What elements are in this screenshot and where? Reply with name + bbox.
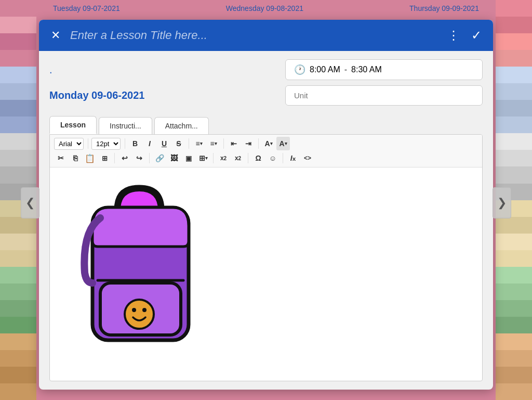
close-button[interactable]: ✕ (47, 27, 64, 44)
svg-point-5 (142, 308, 147, 312)
toolbar-row-1: Arial 12pt B I U S ≡▾ ≡▾ ⇤ ⇥ (54, 137, 478, 150)
nav-date-thursday[interactable]: Thursday 09-09-2021 (409, 4, 479, 12)
html-source-button[interactable]: <> (301, 151, 314, 165)
date-unit-row: Monday 09-06-2021 (49, 85, 483, 106)
tab-lesson[interactable]: Lesson (49, 116, 97, 134)
editor-content[interactable] (50, 167, 482, 381)
lesson-modal: ✕ ⋮ ✓ . 🕐 8:00 AM - 8:30 AM Monday 09-06… (39, 20, 493, 390)
unit-input[interactable] (285, 85, 483, 106)
font-size-select[interactable]: 12pt (91, 138, 121, 150)
toolbar-separator-2 (125, 138, 125, 149)
end-time: 8:30 AM (351, 65, 382, 74)
paste-button[interactable]: 📋 (83, 151, 97, 165)
more-options-button[interactable]: ⋮ (445, 27, 462, 44)
editor-toolbar: Arial 12pt B I U S ≡▾ ≡▾ ⇤ ⇥ (50, 135, 482, 167)
undo-button[interactable]: ↩ (118, 151, 131, 165)
insert-link-button[interactable]: 🔗 (153, 151, 166, 165)
copy-button[interactable]: ⎘ (69, 151, 82, 165)
toolbar-separator-9 (248, 153, 248, 163)
editor-container: Arial 12pt B I U S ≡▾ ≡▾ ⇤ ⇥ (49, 134, 483, 381)
superscript-button[interactable]: x2 (231, 151, 245, 165)
insert-video-button[interactable]: ▣ (182, 151, 195, 165)
toolbar-separator-5 (258, 138, 259, 149)
special-chars-button[interactable]: Ω (251, 151, 265, 165)
emoji-button[interactable]: ☺ (266, 151, 280, 165)
clock-icon: 🕐 (294, 64, 305, 75)
subscript-button[interactable]: x2 (217, 151, 230, 165)
toolbar-separator-4 (223, 138, 224, 149)
redo-button[interactable]: ↪ (132, 151, 146, 165)
toolbar-separator-7 (149, 153, 150, 163)
font-family-select[interactable]: Arial (54, 138, 84, 150)
italic-button[interactable]: I (143, 137, 156, 150)
highlight-color-button[interactable]: A▾ (276, 137, 290, 150)
svg-point-3 (125, 300, 154, 329)
start-time: 8:00 AM (310, 65, 340, 74)
toolbar-separator-10 (283, 153, 283, 163)
lesson-title-input[interactable] (70, 29, 439, 42)
time-separator: - (344, 65, 347, 74)
insert-image-button[interactable]: 🖼 (167, 151, 181, 165)
toolbar-row-2: ✂ ⎘ 📋 ⊞ ↩ ↪ 🔗 🖼 ▣ ⊞▾ x2 x2 Ω ☺ Ix (54, 151, 478, 165)
toolbar-separator-6 (114, 153, 115, 163)
insert-table-button[interactable]: ⊞▾ (196, 151, 210, 165)
font-color-button[interactable]: A▾ (262, 137, 275, 150)
confirm-button[interactable]: ✓ (468, 27, 485, 44)
paste-text-button[interactable]: ⊞ (98, 151, 111, 165)
strikethrough-button[interactable]: S (172, 137, 185, 150)
modal-header: ✕ ⋮ ✓ (39, 20, 493, 51)
time-row: . 🕐 8:00 AM - 8:30 AM (49, 59, 483, 80)
modal-body: . 🕐 8:00 AM - 8:30 AM Monday 09-06-2021 (39, 51, 493, 114)
bullet-dot: . (49, 64, 52, 76)
underline-button[interactable]: U (157, 137, 171, 150)
nav-arrow-left[interactable]: ❮ (21, 187, 39, 218)
backpack-illustration (56, 174, 476, 371)
toolbar-separator-8 (213, 153, 214, 163)
nav-date-tuesday[interactable]: Tuesday 09-07-2021 (53, 4, 120, 12)
tab-instructions[interactable]: Instructi... (99, 117, 152, 134)
tab-attachments[interactable]: Attachm... (154, 117, 209, 134)
toolbar-separator-3 (189, 138, 189, 149)
time-field[interactable]: 🕐 8:00 AM - 8:30 AM (285, 59, 483, 80)
tabs-row: Lesson Instructi... Attachm... (39, 116, 493, 134)
indent-button[interactable]: ⇥ (242, 137, 255, 150)
cut-button[interactable]: ✂ (54, 151, 68, 165)
toolbar-separator-1 (88, 138, 88, 149)
nav-arrow-right[interactable]: ❯ (493, 187, 511, 218)
lesson-date: Monday 09-06-2021 (49, 89, 144, 101)
bold-button[interactable]: B (128, 137, 142, 150)
unordered-list-button[interactable]: ≡▾ (192, 137, 206, 150)
backpack-svg (61, 179, 217, 366)
top-date-nav: Tuesday 09-07-2021 Wednesday 09-08-2021 … (0, 0, 532, 17)
clear-format-button[interactable]: Ix (286, 151, 300, 165)
outdent-button[interactable]: ⇤ (227, 137, 241, 150)
svg-point-4 (132, 308, 136, 312)
nav-date-wednesday[interactable]: Wednesday 09-08-2021 (226, 4, 303, 12)
ordered-list-button[interactable]: ≡▾ (207, 137, 220, 150)
